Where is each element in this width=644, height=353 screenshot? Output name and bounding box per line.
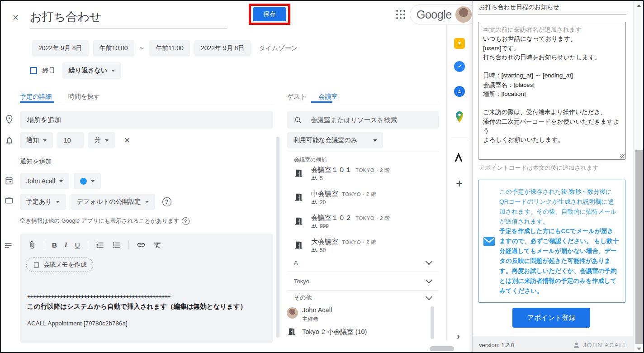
tab-event-details[interactable]: 予定の詳細 (20, 93, 52, 100)
addon-icon[interactable] (454, 153, 465, 165)
availability-hint: 空き情報は他の Google アプリにも表示されることがあります ? (20, 217, 189, 225)
description-body: ++++++++++++++++++++++++++++++++++++++++… (27, 293, 246, 327)
underline-button[interactable]: U (75, 241, 80, 249)
google-logo: Google (417, 8, 452, 21)
companion-divider (451, 138, 468, 138)
left-tabs: 予定の詳細 時間を探す (20, 92, 100, 101)
attachment-icon[interactable] (28, 241, 36, 249)
help-icon[interactable]: ? (162, 197, 171, 206)
help-icon[interactable]: ? (182, 217, 189, 225)
allday-checkbox[interactable] (30, 67, 37, 74)
room-row[interactable]: 中会議室TOKYO・2 階 20 (287, 190, 439, 205)
timezone-button[interactable]: タイムゾーン (259, 44, 298, 52)
meeting-room-icon (294, 192, 303, 205)
room-list: 会議室１０１TOKYO・2 階 5 中会議室TOKYO・2 階 20 (287, 166, 439, 262)
remove-notification-icon[interactable]: ✕ (124, 136, 130, 145)
room-group-tokyo[interactable]: Tokyo (287, 273, 439, 289)
location-input[interactable]: 場所を追加 (20, 111, 273, 129)
qr-info-box: この予定が保存された後 数秒～数分後にQRコードのリンクが生成され説明欄に追加さ… (478, 180, 625, 303)
attendee-room-entry[interactable]: Tokyo-2-小会議室 (10) (302, 328, 367, 336)
chevron-down-icon (59, 180, 63, 182)
busy-dropdown[interactable]: 予定あり (20, 194, 66, 210)
allday-row: 終日 繰り返さない (30, 62, 121, 79)
format-clear-icon[interactable] (153, 241, 162, 249)
event-title-input[interactable]: お打ち合わせ (30, 9, 101, 25)
recurrence-dropdown[interactable]: 繰り返さない (62, 62, 121, 79)
tab-rooms[interactable]: 会議室 (318, 93, 337, 100)
bulleted-list-icon[interactable] (112, 241, 121, 249)
google-account-pill[interactable]: Google (410, 5, 478, 24)
calendar-row: John Acall (20, 173, 101, 189)
room-search-placeholder: 会議室またはリソースを検索 (311, 116, 397, 124)
add-notification-button[interactable]: 通知を追加 (20, 157, 52, 166)
people-icon (311, 175, 317, 181)
chevron-down-icon (145, 201, 149, 203)
notification-value-input[interactable]: 10 (57, 132, 84, 148)
left-column-scrollbar[interactable] (276, 137, 279, 338)
tab-guests[interactable]: ゲスト (287, 93, 307, 100)
notification-unit-value: 分 (95, 136, 101, 144)
allday-label: 終日 (43, 67, 55, 75)
right-tabs: ゲスト 会議室 (287, 92, 337, 101)
time-range-tilde: ~ (140, 44, 144, 52)
tasks-icon[interactable] (454, 61, 465, 72)
room-row[interactable]: 会議室１０１TOKYO・2 階 5 (287, 166, 439, 181)
notification-unit-dropdown[interactable]: 分 (88, 132, 115, 148)
room-search-input[interactable]: 会議室またはリソースを検索 (287, 111, 439, 129)
description-code-line: ACALL Appointment [79780c2b786a] (27, 320, 246, 327)
visibility-dropdown[interactable]: デフォルトの公開設定 (71, 194, 155, 210)
organizer-avatar (287, 307, 298, 319)
create-meeting-notes-button[interactable]: 会議メモを作成 (26, 258, 93, 272)
maps-icon[interactable] (455, 111, 464, 125)
get-addons-plus-icon[interactable]: + (456, 176, 463, 191)
room-location: TOKYO・2 階 (342, 191, 376, 198)
document-icon (33, 262, 40, 268)
keep-icon[interactable] (454, 38, 465, 49)
calendar-owner-dropdown[interactable]: John Acall (20, 173, 69, 189)
qr-info-normal: この予定が保存された後 数秒～数分後にQRコードのリンクが生成され説明欄に追加さ… (499, 188, 616, 225)
notification-row: 通知 10 分 ✕ (20, 132, 130, 148)
location-pin-icon (5, 114, 14, 124)
start-date-field[interactable]: 2022年 9月 8日 (32, 40, 89, 57)
description-editor[interactable]: B I U 会議メモを作成 +++++++++++++ (20, 234, 273, 343)
end-date-field[interactable]: 2022年 9月 8日 (194, 40, 251, 57)
room-row[interactable]: 会議室１０２TOKYO・2 階 999 (287, 214, 439, 229)
scrollbar-thumb[interactable] (635, 150, 644, 344)
notification-type-value: 通知 (26, 136, 39, 144)
contacts-icon[interactable] (454, 86, 465, 97)
scroll-down-arrow-icon[interactable] (637, 348, 641, 350)
italic-button[interactable]: I (65, 241, 67, 249)
horizontal-scrollbar[interactable] (430, 346, 454, 351)
meeting-room-icon (287, 327, 296, 336)
recurrence-value: 繰り返さない (69, 67, 107, 75)
attendee-list-scrollbar[interactable] (431, 306, 434, 339)
room-name: 中会議室 (311, 190, 338, 198)
room-group-a[interactable]: A (287, 254, 439, 271)
start-time-field[interactable]: 午前10:00 (93, 40, 134, 57)
scroll-up-arrow-icon[interactable] (637, 5, 641, 7)
toolbar-separator (128, 240, 129, 249)
numbered-list-icon[interactable] (96, 241, 104, 249)
bold-button[interactable]: B (52, 241, 57, 249)
link-icon[interactable] (137, 240, 146, 249)
mail-body-text: いつもお世話になっております。 [users]です。 打ち合わせの日時をお知らせ… (483, 34, 621, 144)
room-filter-dropdown[interactable]: 利用可能な会議室のみ (287, 132, 383, 148)
event-color-dropdown[interactable] (74, 173, 101, 189)
textarea-resize-grip[interactable] (620, 154, 625, 158)
chevron-down-icon (426, 293, 433, 300)
organizer-role: 主催者 (302, 315, 318, 323)
tab-find-time[interactable]: 時間を探す (68, 93, 100, 100)
notification-type-dropdown[interactable]: 通知 (20, 132, 53, 148)
register-appointment-button[interactable]: アポイント登録 (512, 308, 590, 328)
save-button[interactable]: 保存 (253, 7, 286, 21)
close-icon[interactable]: × (13, 12, 19, 24)
account-avatar[interactable] (455, 6, 472, 23)
collapse-panel-chevron-icon[interactable]: › (457, 330, 460, 341)
room-location: TOKYO・2 階 (342, 239, 376, 246)
title-underline (30, 29, 227, 29)
end-time-field[interactable]: 午前11:00 (149, 40, 190, 57)
room-row[interactable]: 大会議室TOKYO・2 階 50 (287, 238, 439, 253)
mail-body-textarea[interactable]: 本文の前に来訪者名が追加されます いつもお世話になっております。 [users]… (478, 22, 626, 160)
extension-scrollbar[interactable] (633, 1, 644, 353)
google-apps-grid-icon[interactable] (396, 10, 405, 19)
